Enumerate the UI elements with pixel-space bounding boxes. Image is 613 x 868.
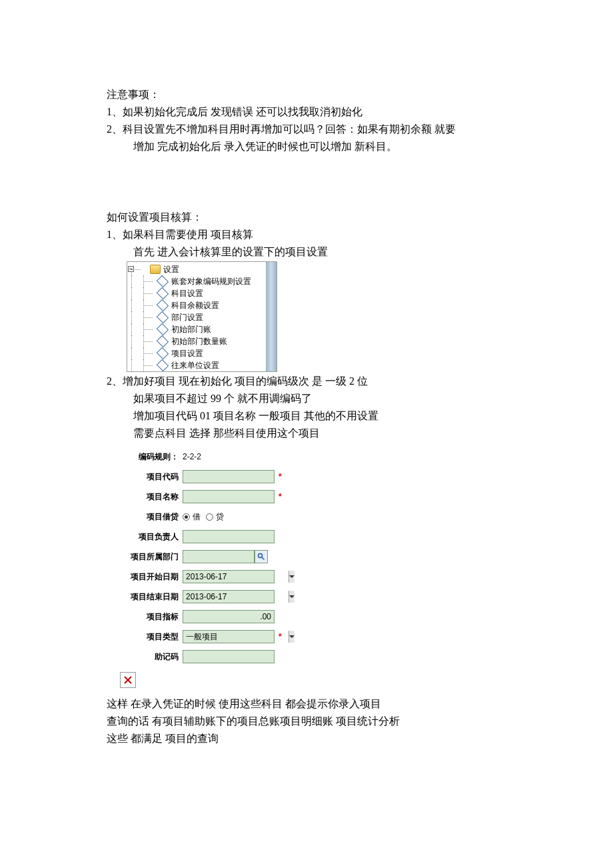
notes-heading: 注意事项：	[107, 87, 546, 103]
dept-lookup-button[interactable]	[255, 550, 268, 563]
start-date-input[interactable]	[183, 571, 289, 583]
end-date-picker[interactable]	[183, 590, 275, 603]
step1-line1: 1、如果科目需要使用 项目核算	[107, 227, 546, 243]
target-input[interactable]	[183, 610, 275, 623]
step1-line2: 首先 进入会计核算里的设置下的项目设置	[107, 244, 546, 260]
diamond-icon	[157, 275, 169, 287]
note-2-line1: 2、科目设置先不增加科目用时再增加可以吗？回答：如果有期初余额 就要	[107, 121, 546, 137]
dept-input[interactable]	[183, 550, 255, 563]
project-name-label: 项目名称	[120, 491, 183, 503]
svg-line-1	[262, 557, 265, 560]
scrollbar[interactable]	[266, 262, 277, 371]
folder-icon	[150, 265, 161, 274]
end-date-label: 项目结束日期	[120, 591, 183, 603]
radio-credit-label: 贷	[216, 511, 224, 523]
howto-heading: 如何设置项目核算：	[107, 209, 546, 225]
diamond-icon	[157, 323, 169, 335]
dropdown-icon[interactable]	[289, 631, 295, 643]
tree-item-label: 初始部门数量账	[171, 335, 227, 347]
encoding-rule-value: 2-2-2	[183, 451, 201, 463]
debit-credit-label: 项目借贷	[120, 511, 183, 523]
collapse-icon[interactable]	[128, 266, 134, 272]
search-icon	[257, 553, 265, 561]
tree-root-label: 设置	[163, 263, 179, 275]
settings-tree: 设置 账套对象编码规则设置 科目设置 科目余额设置 部门设置	[127, 261, 277, 372]
tree-item-label: 账套对象编码规则设置	[171, 275, 251, 287]
project-code-input[interactable]	[183, 470, 275, 483]
end-date-input[interactable]	[183, 591, 289, 603]
radio-debit[interactable]: 借	[183, 511, 201, 523]
step2-line3: 增加项目代码 01 项目名称 一般项目 其他的不用设置	[107, 408, 546, 424]
note-1: 1、如果初始化完成后 发现错误 还可以找我取消初始化	[107, 104, 546, 120]
dropdown-icon[interactable]	[289, 591, 295, 603]
tree-item-label: 部门设置	[171, 311, 203, 323]
dropdown-icon[interactable]	[289, 571, 295, 583]
svg-point-0	[259, 554, 263, 558]
tree-node-root[interactable]: 设置	[127, 263, 266, 275]
tail-line3: 这些 都满足 项目的查询	[107, 731, 546, 747]
tree-item[interactable]: 初始部门账	[127, 323, 266, 335]
tree-item-label: 往来单位设置	[171, 359, 219, 371]
start-date-label: 项目开始日期	[120, 571, 183, 583]
mnemonic-input[interactable]	[183, 650, 275, 663]
owner-input[interactable]	[183, 530, 275, 543]
tree-item[interactable]: 初始部门数量账	[127, 335, 266, 347]
tree-item-label: 科目设置	[171, 287, 203, 299]
tree-item-label: 项目设置	[171, 347, 203, 359]
target-label: 项目指标	[120, 611, 183, 623]
tree-item[interactable]: 项目设置	[127, 347, 266, 359]
note-2-line2: 增加 完成初始化后 录入凭证的时候也可以增加 新科目。	[107, 139, 546, 155]
required-mark: *	[279, 631, 282, 643]
project-code-label: 项目代码	[120, 471, 183, 483]
radio-credit[interactable]: 贷	[206, 511, 224, 523]
encoding-rule-label: 编码规则：	[120, 451, 183, 463]
diamond-icon	[157, 299, 169, 311]
dept-label: 项目所属部门	[120, 551, 183, 563]
diamond-icon	[157, 359, 169, 371]
radio-icon	[206, 513, 213, 521]
tail-line2: 查询的话 有项目辅助账下的项目总账项目明细账 项目统计分析	[107, 713, 546, 729]
radio-debit-label: 借	[193, 511, 201, 523]
tail-line1: 这样 在录入凭证的时候 使用这些科目 都会提示你录入项目	[107, 696, 546, 712]
tree-item-label: 初始部门账	[171, 323, 211, 335]
type-label: 项目类型	[120, 631, 183, 643]
start-date-picker[interactable]	[183, 570, 275, 583]
project-form: 编码规则： 2-2-2 项目代码 * 项目名称 * 项目借贷 借	[120, 447, 313, 667]
diamond-icon	[157, 287, 169, 299]
diamond-icon	[157, 335, 169, 347]
tree-item[interactable]: 往来单位设置	[127, 359, 266, 371]
tree-item[interactable]: 科目余额设置	[127, 299, 266, 311]
required-mark: *	[279, 471, 282, 483]
tree-item-label: 科目余额设置	[171, 299, 219, 311]
tree-item[interactable]: 账套对象编码规则设置	[127, 275, 266, 287]
required-mark: *	[279, 491, 282, 503]
tree-item[interactable]: 部门设置	[127, 311, 266, 323]
broken-image-icon	[120, 672, 136, 688]
diamond-icon	[157, 347, 169, 359]
step2-line4: 需要点科目 选择 那些科目使用这个项目	[107, 425, 546, 441]
type-select[interactable]	[183, 630, 275, 643]
diamond-icon	[157, 311, 169, 323]
project-name-input[interactable]	[183, 490, 275, 503]
step2-line1: 2、增加好项目 现在初始化 项目的编码级次 是 一级 2 位	[107, 373, 546, 389]
tree-item[interactable]: 科目设置	[127, 287, 266, 299]
type-input[interactable]	[183, 631, 289, 643]
mnemonic-label: 助记码	[120, 651, 183, 663]
owner-label: 项目负责人	[120, 531, 183, 543]
radio-icon	[183, 513, 190, 521]
step2-line2: 如果项目不超过 99 个 就不用调编码了	[107, 391, 546, 407]
